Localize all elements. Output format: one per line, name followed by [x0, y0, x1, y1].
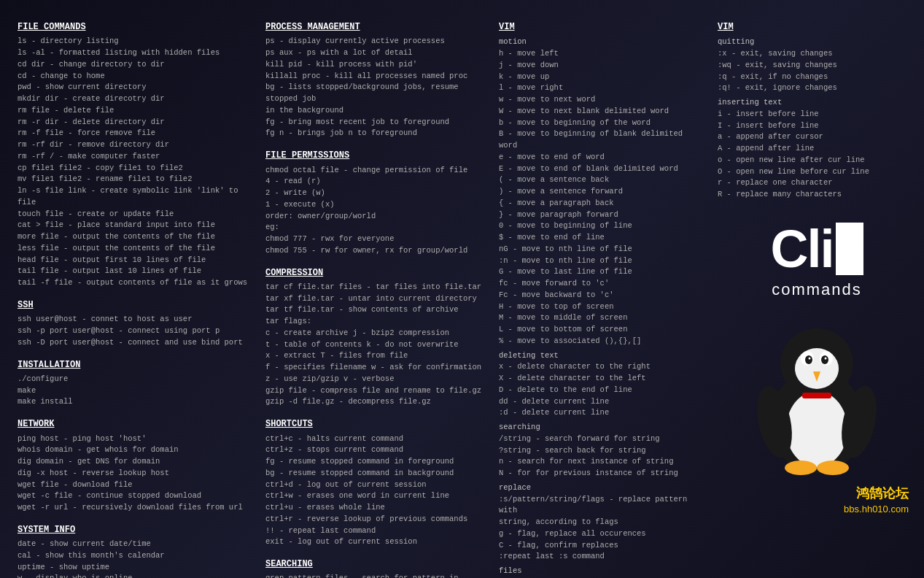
vim-content: motionh - move leftj - move downk - move…	[499, 36, 704, 578]
svg-point-9	[825, 357, 827, 359]
watermark-line2: bbs.hh010.com	[718, 503, 909, 517]
installation-content: ./configuremakemake install	[18, 374, 252, 408]
shortcuts-title: SHORTCUTS	[265, 418, 486, 431]
column-2: PROCESS MANAGEMENT ps - display currentl…	[263, 11, 489, 578]
system-info-section: SYSTEM INFO date - show current date/tim…	[18, 524, 252, 578]
ssh-content: ssh user@host - connet to host as userss…	[18, 314, 252, 348]
file-commands-title: FILE COMMANDS	[18, 21, 252, 34]
process-management-title: PROCESS MANAGEMENT	[265, 21, 486, 34]
svg-point-8	[821, 355, 828, 364]
file-commands-section: FILE COMMANDS ls - directory listingls -…	[18, 21, 252, 289]
file-permissions-content: chmod octal file - change permission of …	[265, 165, 486, 257]
file-permissions-section: FILE PERMISSIONS chmod octal file - chan…	[265, 150, 486, 256]
searching-content: grep pattern files - search for pattern …	[265, 573, 486, 578]
tux-penguin-svg	[751, 316, 882, 477]
column-1: FILE COMMANDS ls - directory listingls -…	[15, 11, 255, 578]
searching-title: SEARCHING	[265, 558, 486, 571]
vim-section: VIM motionh - move leftj - move downk - …	[499, 21, 704, 578]
svg-point-6	[809, 357, 811, 359]
network-section: NETWORK ping host - ping host 'host'whoi…	[18, 418, 252, 514]
file-commands-content: ls - directory listingls -al - formatted…	[18, 36, 252, 289]
installation-title: INSTALLATION	[18, 359, 252, 371]
ssh-title: SSH	[18, 299, 252, 312]
column-3: VIM motionh - move leftj - move downk - …	[496, 11, 707, 578]
process-management-content: ps - display currently active processesp…	[265, 36, 486, 139]
network-content: ping host - ping host 'host'whois domain…	[18, 434, 252, 514]
cli-text: Cli	[770, 223, 833, 275]
watermark-line1: 鸿鹄论坛	[718, 484, 909, 503]
vim-title: VIM	[499, 21, 704, 34]
vim2-section: VIM quitting:x - exit, saving changes:wq…	[718, 21, 916, 201]
compression-section: COMPRESSION tar cf file.tar files - tar …	[265, 267, 486, 409]
cli-logo-container: Cli	[718, 223, 916, 275]
commands-text: commands	[718, 278, 916, 301]
system-info-content: date - show current date/timecal - show …	[18, 539, 252, 578]
searching-section: SEARCHING grep pattern files - search fo…	[265, 558, 486, 578]
ssh-section: SSH ssh user@host - connet to host as us…	[18, 299, 252, 349]
compression-content: tar cf file.tar files - tar files into f…	[265, 282, 486, 408]
watermark-area: 鸿鹄论坛 bbs.hh010.com	[718, 484, 916, 517]
shortcuts-section: SHORTCUTS ctrl+c - halts current command…	[265, 418, 486, 548]
system-info-title: SYSTEM INFO	[18, 524, 252, 536]
file-permissions-title: FILE PERMISSIONS	[265, 150, 486, 162]
svg-point-3	[795, 348, 839, 389]
svg-point-1	[786, 391, 847, 467]
cli-logo-area: Cli commands	[718, 223, 916, 301]
compression-title: COMPRESSION	[265, 267, 486, 280]
installation-section: INSTALLATION ./configuremakemake install	[18, 359, 252, 409]
shortcuts-content: ctrl+c - halts current commandctrl+z - s…	[265, 434, 486, 549]
vim2-title: VIM	[718, 21, 916, 34]
vim2-content: quitting:x - exit, saving changes:wq - e…	[718, 36, 916, 201]
tux-penguin-area	[718, 316, 916, 477]
network-title: NETWORK	[18, 418, 252, 431]
svg-point-14	[817, 461, 849, 475]
svg-point-5	[805, 355, 812, 364]
cli-cursor-block	[836, 223, 863, 275]
svg-point-13	[785, 461, 817, 475]
column-4: VIM quitting:x - exit, saving changes:wq…	[715, 11, 919, 578]
main-grid: FILE COMMANDS ls - directory listingls -…	[15, 11, 909, 578]
svg-rect-15	[802, 393, 831, 398]
process-management-section: PROCESS MANAGEMENT ps - display currentl…	[265, 21, 486, 139]
